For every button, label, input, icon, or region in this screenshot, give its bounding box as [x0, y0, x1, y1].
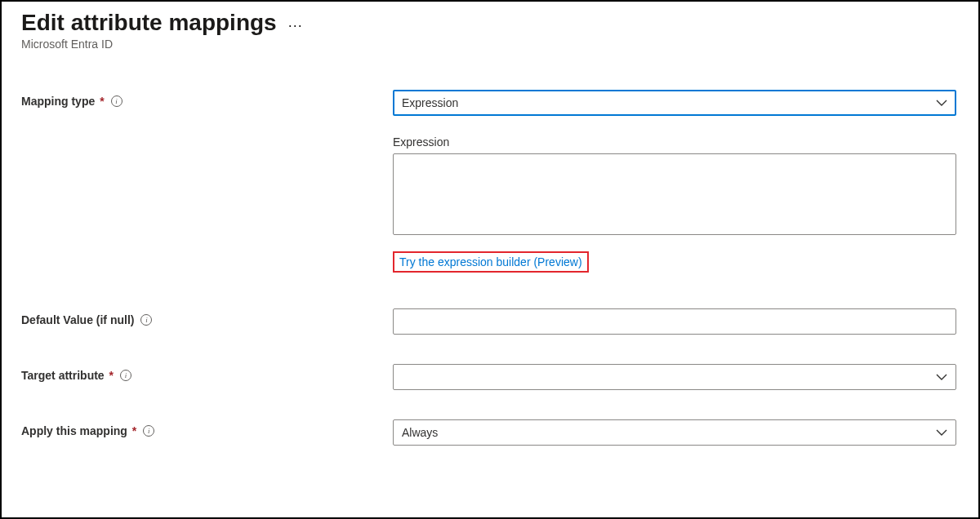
- mapping-type-label-text: Mapping type: [21, 95, 95, 108]
- row-default-value: Default Value (if null) i: [21, 308, 959, 335]
- more-options-button[interactable]: ···: [288, 12, 303, 34]
- row-apply-mapping: Apply this mapping * i Always: [21, 419, 959, 446]
- page-header: Edit attribute mappings ···: [21, 10, 959, 36]
- label-col: Apply this mapping * i: [21, 419, 393, 437]
- chevron-down-icon: [936, 97, 947, 109]
- required-marker: *: [132, 424, 136, 437]
- label-col: Default Value (if null) i: [21, 308, 393, 326]
- target-attribute-select[interactable]: [393, 364, 956, 390]
- row-target-attribute: Target attribute * i: [21, 364, 959, 390]
- mapping-type-select[interactable]: Expression: [393, 90, 956, 116]
- expression-builder-link[interactable]: Try the expression builder (Preview): [399, 255, 582, 268]
- apply-mapping-label: Apply this mapping *: [21, 424, 136, 437]
- target-attribute-label-text: Target attribute: [21, 369, 105, 382]
- info-icon[interactable]: i: [140, 314, 152, 326]
- page-subtitle: Microsoft Entra ID: [21, 38, 959, 51]
- apply-mapping-select[interactable]: Always: [393, 419, 956, 446]
- row-mapping-type: Mapping type * i Expression Expression T…: [21, 90, 959, 273]
- label-col: Target attribute * i: [21, 364, 393, 382]
- page-title: Edit attribute mappings: [21, 10, 277, 36]
- control-col: [393, 308, 956, 335]
- info-icon[interactable]: i: [111, 95, 122, 107]
- expression-label: Expression: [393, 135, 956, 149]
- control-col: Expression Expression Try the expression…: [393, 90, 956, 273]
- control-col: [393, 364, 956, 390]
- mapping-type-value: Expression: [402, 96, 458, 109]
- apply-mapping-label-text: Apply this mapping: [21, 424, 127, 437]
- info-icon[interactable]: i: [120, 370, 131, 381]
- default-value-label: Default Value (if null): [21, 313, 134, 326]
- chevron-down-icon: [936, 427, 947, 438]
- chevron-down-icon: [936, 371, 947, 383]
- expression-builder-link-highlight: Try the expression builder (Preview): [393, 251, 589, 273]
- control-col: Always: [393, 419, 956, 446]
- mapping-type-label: Mapping type *: [21, 95, 105, 108]
- edit-attribute-mappings-panel: Edit attribute mappings ··· Microsoft En…: [0, 0, 980, 519]
- required-marker: *: [109, 369, 114, 382]
- info-icon[interactable]: i: [143, 425, 154, 437]
- target-attribute-label: Target attribute *: [21, 369, 114, 382]
- default-value-input[interactable]: [393, 308, 956, 335]
- apply-mapping-value: Always: [402, 426, 438, 439]
- label-col: Mapping type * i: [21, 90, 393, 108]
- required-marker: *: [100, 95, 104, 108]
- expression-textarea[interactable]: [393, 153, 956, 235]
